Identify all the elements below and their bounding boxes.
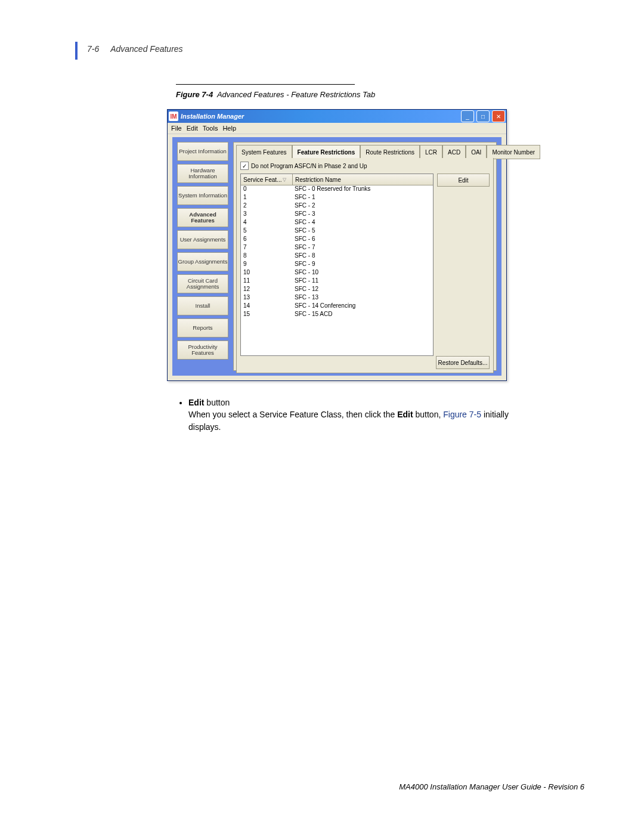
menu-help[interactable]: Help [222, 125, 236, 132]
tab[interactable]: ACD [442, 145, 466, 159]
close-icon[interactable]: ✕ [492, 110, 505, 122]
window-title: Installation Manager [181, 113, 459, 120]
checkbox-label: Do not Program ASFC/N in Phase 2 and Up [251, 163, 367, 169]
content-panel: System FeaturesFeature RestrictionsRoute… [233, 142, 497, 371]
sidebar-item[interactable]: System Information [177, 186, 228, 205]
tab[interactable]: OAI [466, 145, 487, 159]
bullet-edit: Edit [188, 398, 204, 407]
table-row[interactable]: 7SFC - 7 [241, 244, 433, 252]
bullet-suffix: button [204, 398, 230, 407]
tab[interactable]: Route Restrictions [360, 145, 420, 159]
app-window: IM Installation Manager _ □ ✕ File Edit … [167, 109, 507, 381]
figure-link[interactable]: Figure 7-5 [443, 410, 481, 419]
sidebar-item[interactable]: Reports [177, 318, 228, 337]
sidebar-item[interactable]: Project Information [177, 142, 228, 161]
sidebar-item[interactable]: Advanced Features [177, 208, 228, 227]
menu-edit[interactable]: Edit [187, 125, 198, 132]
menu-file[interactable]: File [171, 125, 182, 132]
menu-bar: File Edit Tools Help [168, 123, 506, 134]
table-row[interactable]: 6SFC - 6 [241, 236, 433, 244]
body-line1c: button, [416, 410, 444, 419]
col-restriction-name[interactable]: Restriction Name [293, 174, 433, 185]
table-row[interactable]: 1SFC - 1 [241, 194, 433, 202]
table-row[interactable]: 3SFC - 3 [241, 210, 433, 219]
table-body[interactable]: 0SFC - 0 Reserved for Trunks1SFC - 12SFC… [241, 185, 433, 355]
tab[interactable]: LCR [420, 145, 442, 159]
window-titlebar[interactable]: IM Installation Manager _ □ ✕ [168, 110, 506, 123]
figure-label: Figure 7-4 [176, 90, 213, 99]
tab[interactable]: Monitor Number [487, 145, 540, 159]
figure-rule [176, 84, 355, 85]
sidebar-item[interactable]: Group Assignments [177, 252, 228, 271]
table-row[interactable]: 10SFC - 10 [241, 269, 433, 277]
header-accent-rule [75, 42, 78, 60]
sidebar-item[interactable]: Circuit Card Assignments [177, 274, 228, 293]
figure-caption: Figure 7-4 Advanced Features - Feature R… [176, 90, 375, 99]
table-row[interactable]: 0SFC - 0 Reserved for Trunks [241, 185, 433, 194]
table-row[interactable]: 8SFC - 8 [241, 252, 433, 261]
checkbox-icon[interactable]: ✓ [240, 162, 249, 170]
tab[interactable]: Feature Restrictions [292, 145, 361, 159]
table-row[interactable]: 13SFC - 13 [241, 294, 433, 302]
tab-row: System FeaturesFeature RestrictionsRoute… [236, 145, 494, 158]
table-row[interactable]: 11SFC - 11 [241, 277, 433, 286]
page-number: 7-6 [87, 44, 99, 54]
col-service-feature[interactable]: Service Feat...▽ [241, 174, 293, 185]
nav-sidebar: Project InformationHardware InformationS… [177, 142, 228, 363]
table-row[interactable]: 15SFC - 15 ACD [241, 311, 433, 319]
maximize-icon[interactable]: □ [476, 110, 490, 122]
tab-body: ✓ Do not Program ASFC/N in Phase 2 and U… [236, 158, 494, 373]
sort-desc-icon: ▽ [283, 177, 286, 182]
restore-defaults-button[interactable]: Restore Defaults... [436, 356, 490, 369]
sidebar-item[interactable]: Hardware Information [177, 164, 228, 183]
table-row[interactable]: 9SFC - 9 [241, 261, 433, 269]
minimize-icon[interactable]: _ [461, 110, 474, 122]
sidebar-item[interactable]: Install [177, 296, 228, 315]
section-title: Advanced Features [110, 44, 182, 54]
app-icon: IM [169, 112, 178, 121]
page-header: 7-6 Advanced Features [87, 44, 183, 54]
restrictions-table[interactable]: Service Feat...▽ Restriction Name 0SFC -… [240, 174, 434, 356]
menu-tools[interactable]: Tools [203, 125, 218, 132]
body-text: Edit button When you select a Service Fe… [178, 397, 512, 433]
checkbox-row[interactable]: ✓ Do not Program ASFC/N in Phase 2 and U… [240, 162, 490, 170]
tab[interactable]: System Features [236, 145, 292, 159]
table-header[interactable]: Service Feat...▽ Restriction Name [241, 174, 433, 185]
window-client-area: Project InformationHardware InformationS… [172, 137, 501, 376]
sidebar-item[interactable]: Productivity Features [177, 340, 228, 360]
table-row[interactable]: 4SFC - 4 [241, 219, 433, 227]
figure-title: Advanced Features - Feature Restrictions… [217, 90, 375, 99]
body-line1a: When you select a Service Feature Class,… [188, 410, 397, 419]
body-edit-bold: Edit [397, 410, 413, 419]
table-row[interactable]: 2SFC - 2 [241, 202, 433, 210]
page-footer: MA4000 Installation Manager User Guide -… [399, 782, 584, 791]
sidebar-item[interactable]: User Assignments [177, 230, 228, 249]
table-row[interactable]: 14SFC - 14 Conferencing [241, 302, 433, 311]
table-row[interactable]: 12SFC - 12 [241, 286, 433, 294]
edit-button[interactable]: Edit [437, 174, 490, 187]
table-row[interactable]: 5SFC - 5 [241, 227, 433, 236]
